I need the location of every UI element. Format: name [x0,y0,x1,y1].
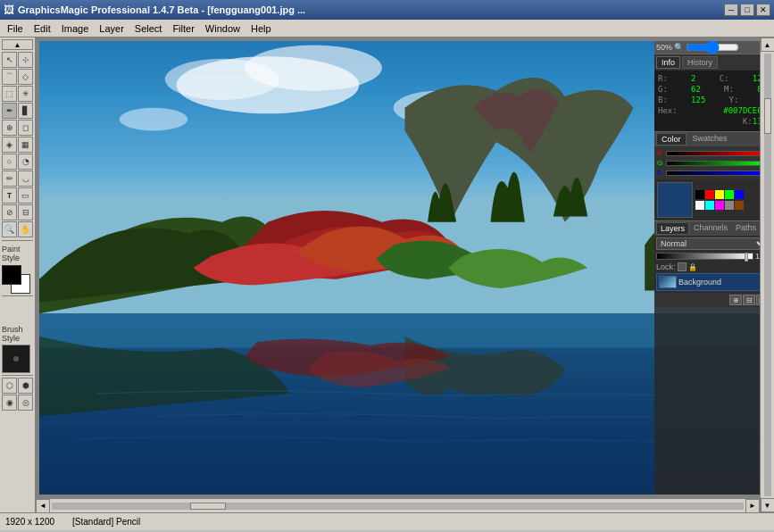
info-tab-info[interactable]: Info [656,56,680,69]
green-slider-track [666,161,768,166]
menu-layer[interactable]: Layer [94,21,129,36]
color-preview-section [654,179,770,220]
layer-name: Background [678,278,721,287]
color-sliders: R G B [654,146,770,179]
channels-tab[interactable]: Channels [690,222,731,235]
extra-tool-3[interactable]: ◉ [2,395,17,411]
brush-style-label: Brush Style [2,325,33,343]
path-tool[interactable]: ◡ [18,170,33,187]
swatch-blue[interactable] [735,190,744,199]
polygon-lasso-tool[interactable]: ◇ [18,69,33,85]
close-button[interactable]: ✕ [756,4,770,16]
text-tool[interactable]: T [2,187,17,204]
gradient-tool[interactable]: ▦ [18,137,33,153]
toolbox-scroll-up[interactable]: ▲ [2,39,33,50]
hand-tool[interactable]: ✋ [18,221,33,237]
main-color-preview[interactable] [657,182,693,218]
extra-tool-1[interactable]: ⬡ [2,378,17,394]
scroll-track-h[interactable] [52,503,744,510]
burn-tool[interactable]: ◔ [18,154,33,170]
shape-tool[interactable]: ▭ [18,187,33,204]
tool-row-10: ⊘ ⊟ [2,204,33,220]
brush-tool[interactable]: ▊ [18,103,33,119]
layers-tab[interactable]: Layers [656,222,689,235]
scroll-down-arrow[interactable]: ▼ [761,498,775,512]
measure-tool[interactable]: ⊟ [18,204,33,220]
tool-row-extra2: ◉ ◎ [2,395,33,411]
menu-bar: File Edit Image Layer Select Filter Wind… [0,20,774,37]
scroll-track-v[interactable] [764,54,771,496]
swatch-cyan[interactable] [705,201,714,210]
blend-mode-select[interactable]: Normal [656,237,769,250]
swatch-white[interactable] [695,201,704,210]
tool-row-8: ✏ ◡ [2,170,33,187]
window-controls: ─ □ ✕ [724,4,770,16]
tool-row-5: ⊕ ◻ [2,120,33,136]
lock-icon: 🔒 [688,263,697,271]
paths-tab[interactable]: Paths [732,222,760,235]
minimize-button[interactable]: ─ [724,4,738,16]
zoom-icon: 🔍 [674,43,684,52]
maximize-button[interactable]: □ [740,4,754,16]
layers-panel-overlay: Layers Channels Paths Normal [654,220,770,307]
swatch-yellow[interactable] [715,190,724,199]
scroll-up-arrow[interactable]: ▲ [761,37,775,52]
svg-point-3 [165,59,279,100]
clone-tool[interactable]: ⊕ [2,120,17,136]
extra-tool-4[interactable]: ◎ [18,395,33,411]
pencil-tool[interactable]: ✒ [2,103,17,119]
swatch-magenta[interactable] [715,201,724,210]
menu-image[interactable]: Image [56,21,95,36]
tool-row-4: ✒ ▊ [2,103,33,119]
current-tool: [Standard] Pencil [72,517,140,527]
swatch-green[interactable] [725,190,734,199]
zoom-slider[interactable] [686,44,739,51]
menu-window[interactable]: Window [200,21,246,36]
swatch-gray[interactable] [725,201,734,210]
menu-edit[interactable]: Edit [29,21,56,36]
menu-file[interactable]: File [2,21,29,36]
toolbox: ▲ ↖ ⊹ ⌒ ◇ ⬚ ✳ ✒ ▊ ⊕ ◻ ◈ ▦ ○ ◔ [0,37,36,512]
eyedropper-tool[interactable]: ⊘ [2,204,17,220]
layers-toolbar: ⊕ ⊟ ◧ [654,293,770,307]
blue-slider-track [666,170,768,176]
menu-select[interactable]: Select [129,21,168,36]
info-tab-bar: Info History [654,54,770,71]
brush-preview[interactable] [2,345,30,373]
eraser-tool[interactable]: ◻ [18,120,33,136]
swatch-brown[interactable] [735,201,744,210]
extra-tool-2[interactable]: ⬢ [18,378,33,394]
opacity-slider[interactable] [656,253,753,260]
magic-wand-tool[interactable]: ✳ [18,86,33,102]
info-data: R:2 C:129 G:62 M:83 B:125 Y:0 Hex:#007DC… [654,71,770,131]
foreground-color[interactable] [2,265,21,285]
swatch-black[interactable] [695,190,704,199]
scroll-right-arrow[interactable]: ► [745,499,760,513]
move-tool[interactable]: ↖ [2,52,17,68]
dodge-tool[interactable]: ○ [2,154,17,170]
tool-separator-2 [2,295,33,296]
crop-tool[interactable]: ⬚ [2,86,17,102]
layers-btn-1[interactable]: ⊕ [729,295,742,305]
scroll-thumb-h[interactable] [190,503,226,510]
swatch-red[interactable] [705,190,714,199]
scroll-left-arrow[interactable]: ◄ [36,499,50,513]
layer-thumbnail [659,276,677,288]
info-tab-history[interactable]: History [682,56,718,69]
canvas-area[interactable]: 50% 🔍 Info History R:2 C:129 G:62 [36,37,774,512]
color-tab-btn[interactable]: Color [656,133,687,145]
background-layer[interactable]: Background [656,273,769,291]
fill-tool[interactable]: ◈ [2,137,17,153]
lock-checkbox[interactable] [678,262,687,271]
pen-tool[interactable]: ✏ [2,170,17,187]
lasso-tool[interactable]: ⌒ [2,69,17,85]
swatches-tab-btn[interactable]: Swatches [688,133,732,145]
selection-tool[interactable]: ⊹ [18,52,33,68]
menu-help[interactable]: Help [246,21,277,36]
color-swatches[interactable] [2,265,30,294]
horizontal-scrollbar: ◄ ► [36,498,760,512]
menu-filter[interactable]: Filter [167,21,199,36]
layers-btn-2[interactable]: ⊟ [743,295,755,305]
scroll-thumb-v[interactable] [764,98,771,134]
zoom-tool[interactable]: 🔍 [2,221,17,237]
